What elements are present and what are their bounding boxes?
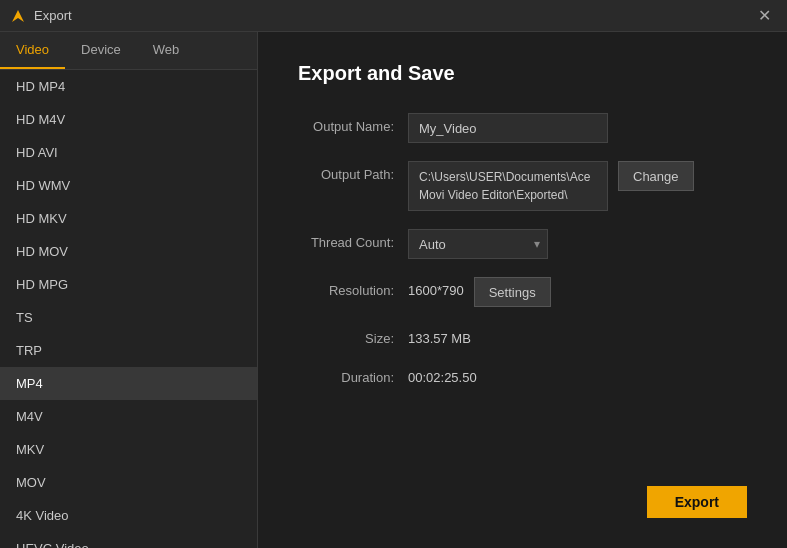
output-path-label: Output Path: <box>298 161 408 182</box>
tab-video[interactable]: Video <box>0 32 65 69</box>
settings-button[interactable]: Settings <box>474 277 551 307</box>
thread-count-field: Auto 1 2 4 8 <box>408 229 747 259</box>
title-bar-title: Export <box>34 8 72 23</box>
main-layout: Video Device Web HD MP4 HD M4V HD AVI HD… <box>0 32 787 548</box>
list-item[interactable]: M4V <box>0 400 257 433</box>
close-button[interactable]: ✕ <box>752 6 777 26</box>
output-name-row: Output Name: <box>298 113 747 143</box>
list-item[interactable]: TS <box>0 301 257 334</box>
duration-value: 00:02:25.50 <box>408 364 477 385</box>
thread-count-wrapper: Auto 1 2 4 8 <box>408 229 548 259</box>
output-name-field <box>408 113 747 143</box>
resolution-row: Resolution: 1600*790 Settings <box>298 277 747 307</box>
list-item[interactable]: HD MKV <box>0 202 257 235</box>
content-panel: Export and Save Output Name: Output Path… <box>258 32 787 548</box>
duration-label: Duration: <box>298 364 408 385</box>
tab-web[interactable]: Web <box>137 32 196 69</box>
footer: Export <box>298 476 747 518</box>
list-item[interactable]: HEVC Video <box>0 532 257 548</box>
duration-field: 00:02:25.50 <box>408 364 747 385</box>
resolution-field: 1600*790 Settings <box>408 277 747 307</box>
list-item[interactable]: HD M4V <box>0 103 257 136</box>
sidebar: Video Device Web HD MP4 HD M4V HD AVI HD… <box>0 32 258 548</box>
list-item[interactable]: 4K Video <box>0 499 257 532</box>
app-logo-icon <box>10 8 26 24</box>
size-value: 133.57 MB <box>408 325 471 346</box>
format-list: HD MP4 HD M4V HD AVI HD WMV HD MKV HD MO… <box>0 70 257 548</box>
duration-row: Duration: 00:02:25.50 <box>298 364 747 385</box>
title-bar: Export ✕ <box>0 0 787 32</box>
output-name-input[interactable] <box>408 113 608 143</box>
output-path-field: C:\Users\USER\Documents\AceMovi Video Ed… <box>408 161 747 211</box>
title-bar-left: Export <box>10 8 72 24</box>
list-item[interactable]: HD MOV <box>0 235 257 268</box>
thread-count-label: Thread Count: <box>298 229 408 250</box>
tabs-row: Video Device Web <box>0 32 257 70</box>
size-row: Size: 133.57 MB <box>298 325 747 346</box>
list-item-selected[interactable]: MP4 <box>0 367 257 400</box>
list-item[interactable]: HD AVI <box>0 136 257 169</box>
svg-marker-0 <box>12 10 24 22</box>
size-label: Size: <box>298 325 408 346</box>
change-button[interactable]: Change <box>618 161 694 191</box>
list-item[interactable]: HD MPG <box>0 268 257 301</box>
output-path-display: C:\Users\USER\Documents\AceMovi Video Ed… <box>408 161 608 211</box>
list-item[interactable]: MKV <box>0 433 257 466</box>
size-field: 133.57 MB <box>408 325 747 346</box>
thread-count-row: Thread Count: Auto 1 2 4 8 <box>298 229 747 259</box>
output-name-label: Output Name: <box>298 113 408 134</box>
resolution-label: Resolution: <box>298 277 408 298</box>
page-title: Export and Save <box>298 62 747 85</box>
tab-device[interactable]: Device <box>65 32 137 69</box>
list-item[interactable]: MOV <box>0 466 257 499</box>
list-item[interactable]: TRP <box>0 334 257 367</box>
list-item[interactable]: HD MP4 <box>0 70 257 103</box>
output-path-row: Output Path: C:\Users\USER\Documents\Ace… <box>298 161 747 211</box>
export-button[interactable]: Export <box>647 486 747 518</box>
list-item[interactable]: HD WMV <box>0 169 257 202</box>
thread-count-select[interactable]: Auto 1 2 4 8 <box>408 229 548 259</box>
resolution-value: 1600*790 <box>408 277 464 298</box>
